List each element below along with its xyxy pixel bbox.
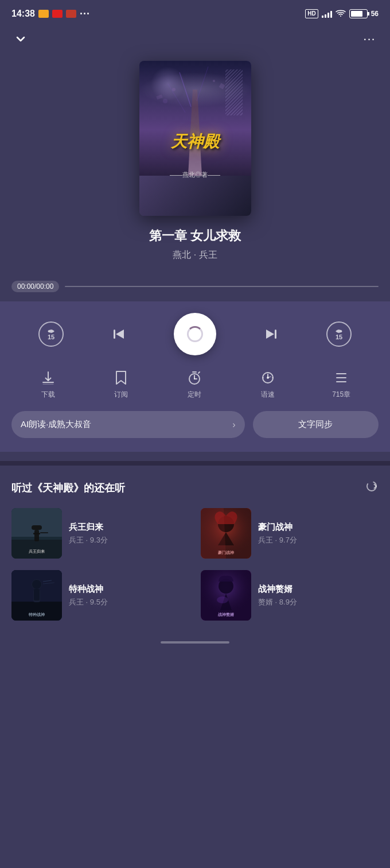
svg-text:特种战神: 特种战神	[28, 612, 45, 617]
svg-rect-32	[32, 525, 42, 530]
rec-name-1: 兵王归来	[69, 522, 189, 533]
progress-section: 00:00/00:00	[0, 273, 390, 292]
svg-text:战神赘婿: 战神赘婿	[218, 612, 235, 617]
forward-15-button[interactable]: 15	[326, 321, 352, 347]
prev-chapter-button[interactable]	[106, 321, 131, 347]
speed-icon	[259, 369, 276, 386]
svg-line-0	[180, 72, 191, 107]
rec-meta-2: 兵王 · 9.7分	[258, 535, 379, 545]
svg-point-5	[163, 99, 167, 103]
svg-line-19	[198, 372, 200, 373]
home-indicator	[0, 634, 390, 648]
status-right: HD 56	[305, 9, 379, 18]
signal-bar-2	[325, 14, 326, 18]
speed-label: 语速	[261, 390, 275, 400]
svg-point-23	[267, 377, 269, 379]
svg-rect-33	[34, 530, 39, 541]
controls-row: 15	[0, 313, 390, 355]
rec-item[interactable]: 豪门战神 豪门战神 兵王 · 9.7分	[201, 508, 379, 559]
status-time: 14:38	[11, 9, 35, 19]
forward-number: 15	[336, 334, 342, 340]
svg-point-54	[217, 596, 228, 603]
rec-item[interactable]: 战神赘婿 战神赘婿 赘婿 · 8.9分	[201, 570, 379, 621]
rewind-15-button[interactable]: 15	[38, 321, 64, 347]
svg-rect-35	[40, 532, 48, 533]
action-row: 下载 订阅 定时	[0, 358, 390, 400]
voice-arrow-icon: ›	[232, 420, 235, 430]
subscribe-button[interactable]: 订阅	[112, 369, 130, 400]
section-divider	[0, 461, 390, 466]
sync-label: 文字同步	[298, 419, 333, 430]
rec-name-4: 战神赘婿	[258, 584, 379, 595]
rec-info-1: 兵王归来 兵王 · 9.3分	[69, 522, 189, 545]
cover-title-art: 天神殿	[171, 131, 219, 153]
book-cover: 天神殿 ——燕北◎著——	[139, 61, 251, 216]
rec-item[interactable]: 兵王归来 兵王归来 兵王 · 9.3分	[11, 508, 189, 559]
top-nav: ···	[0, 25, 390, 55]
rec-info-3: 特种战神 兵王 · 9.5分	[69, 584, 189, 607]
rewind-number: 15	[48, 334, 54, 340]
subscribe-icon	[112, 369, 130, 386]
battery-level: 56	[371, 10, 379, 18]
rec-item[interactable]: 特种战神 特种战神 兵王 · 9.5分	[11, 570, 189, 621]
rec-cover-1: 兵王归来	[11, 508, 62, 559]
prev-icon	[111, 326, 127, 342]
more-notifications-icon: ···	[80, 8, 90, 20]
signal-bar-1	[322, 16, 323, 18]
back-button[interactable]	[11, 30, 30, 48]
status-bar: 14:38 ··· HD 56	[0, 0, 390, 25]
notification-icon-1	[38, 10, 49, 18]
cover-artwork	[139, 61, 251, 176]
subscribe-label: 订阅	[114, 390, 128, 400]
progress-bar[interactable]	[65, 286, 379, 287]
chapters-button[interactable]: 715章	[332, 369, 350, 400]
next-chapter-button[interactable]	[259, 321, 284, 347]
signal-strength-icon	[322, 10, 332, 18]
status-left: 14:38 ···	[11, 8, 90, 20]
refresh-button[interactable]	[365, 479, 379, 497]
timer-button[interactable]: 定时	[186, 369, 203, 400]
svg-point-4	[213, 80, 215, 82]
download-icon	[40, 369, 57, 386]
rec-cover-3: 特种战神	[11, 570, 62, 621]
rec-grid: 兵王归来 兵王归来 兵王 · 9.3分	[11, 508, 379, 621]
svg-line-2	[168, 84, 185, 113]
voice-label: AI朗读·成熟大叔音	[21, 419, 91, 430]
timer-label: 定时	[188, 390, 201, 400]
rec-info-4: 战神赘婿 赘婿 · 8.9分	[258, 584, 379, 607]
more-options-button[interactable]: ···	[360, 30, 379, 48]
rewind-circle: 15	[38, 321, 64, 347]
rec-cover-4: 战神赘婿	[201, 570, 251, 621]
recommendations-section: 听过《天神殿》的还在听	[0, 466, 390, 621]
rec-cover-2: 豪门战神	[201, 508, 251, 559]
svg-rect-47	[34, 589, 40, 600]
signal-bar-4	[330, 11, 332, 18]
battery-tip	[368, 12, 369, 16]
svg-rect-10	[275, 330, 276, 339]
svg-rect-34	[33, 533, 40, 534]
voice-select-button[interactable]: AI朗读·成熟大叔音 ›	[11, 411, 245, 438]
rec-title: 听过《天神殿》的还在听	[11, 481, 125, 495]
rec-name-3: 特种战神	[69, 584, 189, 595]
svg-marker-9	[116, 330, 124, 339]
signal-bar-3	[327, 13, 329, 18]
play-pause-button[interactable]	[174, 313, 216, 355]
rec-name-2: 豪门战神	[258, 522, 379, 533]
notification-icon-2	[52, 10, 63, 18]
rec-meta-1: 兵王 · 9.3分	[69, 535, 189, 545]
battery-icon	[349, 9, 368, 18]
svg-point-46	[32, 580, 41, 589]
forward-arrow-icon	[335, 328, 343, 334]
speed-button[interactable]: 语速	[259, 369, 276, 400]
download-button[interactable]: 下载	[40, 369, 57, 400]
svg-text:豪门战神: 豪门战神	[218, 550, 234, 555]
notification-icon-3	[66, 10, 76, 18]
wifi-icon	[336, 10, 346, 18]
chapter-title: 第一章 女儿求救	[149, 227, 241, 245]
timer-icon	[186, 369, 203, 386]
svg-rect-6	[219, 83, 225, 90]
time-display: 00:00/00:00	[11, 281, 59, 292]
text-sync-button[interactable]: 文字同步	[253, 411, 379, 438]
svg-rect-7	[156, 94, 162, 99]
cover-section: 天神殿 ——燕北◎著—— 第一章 女儿求救 燕北 · 兵王	[0, 55, 390, 273]
